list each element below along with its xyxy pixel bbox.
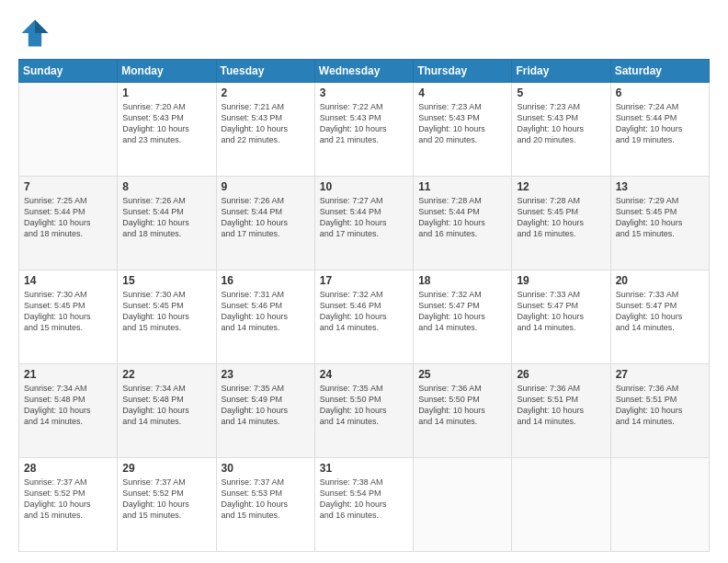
day-number: 3 <box>320 86 408 99</box>
day-number: 20 <box>616 274 704 287</box>
day-number: 22 <box>122 368 210 381</box>
day-number: 24 <box>320 368 408 381</box>
day-of-week-header: Sunday <box>19 60 118 83</box>
calendar-cell: 25Sunrise: 7:36 AM Sunset: 5:50 PM Dayli… <box>414 364 512 458</box>
calendar-week-row: 21Sunrise: 7:34 AM Sunset: 5:48 PM Dayli… <box>19 364 710 458</box>
calendar-cell: 6Sunrise: 7:24 AM Sunset: 5:44 PM Daylig… <box>610 83 709 177</box>
day-number: 15 <box>122 274 210 287</box>
svg-marker-1 <box>35 20 48 33</box>
cell-info: Sunrise: 7:32 AM Sunset: 5:47 PM Dayligh… <box>418 289 506 334</box>
calendar-cell: 21Sunrise: 7:34 AM Sunset: 5:48 PM Dayli… <box>19 364 118 458</box>
day-number: 30 <box>222 462 310 475</box>
day-of-week-header: Wednesday <box>314 60 413 83</box>
calendar-cell: 5Sunrise: 7:23 AM Sunset: 5:43 PM Daylig… <box>512 83 610 177</box>
day-number: 18 <box>418 274 506 287</box>
day-number: 4 <box>418 86 506 99</box>
calendar-cell: 2Sunrise: 7:21 AM Sunset: 5:43 PM Daylig… <box>216 83 314 177</box>
day-number: 14 <box>24 274 112 287</box>
day-number: 28 <box>24 462 112 475</box>
calendar-cell: 29Sunrise: 7:37 AM Sunset: 5:52 PM Dayli… <box>118 458 216 552</box>
calendar-cell: 23Sunrise: 7:35 AM Sunset: 5:49 PM Dayli… <box>216 364 314 458</box>
day-number: 7 <box>24 180 112 193</box>
cell-info: Sunrise: 7:30 AM Sunset: 5:45 PM Dayligh… <box>122 289 210 334</box>
day-of-week-header: Saturday <box>610 60 709 83</box>
calendar-cell: 24Sunrise: 7:35 AM Sunset: 5:50 PM Dayli… <box>314 364 413 458</box>
calendar-cell: 15Sunrise: 7:30 AM Sunset: 5:45 PM Dayli… <box>118 270 216 364</box>
day-number: 23 <box>222 368 310 381</box>
cell-info: Sunrise: 7:30 AM Sunset: 5:45 PM Dayligh… <box>24 289 112 334</box>
calendar-cell: 4Sunrise: 7:23 AM Sunset: 5:43 PM Daylig… <box>414 83 512 177</box>
cell-info: Sunrise: 7:21 AM Sunset: 5:43 PM Dayligh… <box>222 101 310 146</box>
calendar-cell: 30Sunrise: 7:37 AM Sunset: 5:53 PM Dayli… <box>216 458 314 552</box>
day-of-week-header: Monday <box>118 60 216 83</box>
day-number: 8 <box>122 180 210 193</box>
cell-info: Sunrise: 7:26 AM Sunset: 5:44 PM Dayligh… <box>122 195 210 240</box>
calendar-week-row: 28Sunrise: 7:37 AM Sunset: 5:52 PM Dayli… <box>19 458 710 552</box>
cell-info: Sunrise: 7:37 AM Sunset: 5:52 PM Dayligh… <box>24 477 112 522</box>
day-number: 12 <box>517 180 605 193</box>
cell-info: Sunrise: 7:32 AM Sunset: 5:46 PM Dayligh… <box>320 289 408 334</box>
day-number: 2 <box>222 86 310 99</box>
cell-info: Sunrise: 7:36 AM Sunset: 5:51 PM Dayligh… <box>616 383 704 428</box>
calendar-cell <box>19 83 118 177</box>
calendar-header-row: SundayMondayTuesdayWednesdayThursdayFrid… <box>19 60 710 83</box>
calendar-cell: 31Sunrise: 7:38 AM Sunset: 5:54 PM Dayli… <box>314 458 413 552</box>
day-number: 25 <box>418 368 506 381</box>
day-number: 6 <box>616 86 704 99</box>
cell-info: Sunrise: 7:38 AM Sunset: 5:54 PM Dayligh… <box>320 477 408 522</box>
day-number: 9 <box>222 180 310 193</box>
calendar-cell: 12Sunrise: 7:28 AM Sunset: 5:45 PM Dayli… <box>512 177 610 270</box>
day-number: 29 <box>122 462 210 475</box>
calendar-week-row: 7Sunrise: 7:25 AM Sunset: 5:44 PM Daylig… <box>19 177 710 270</box>
calendar-week-row: 1Sunrise: 7:20 AM Sunset: 5:43 PM Daylig… <box>19 83 710 177</box>
day-number: 13 <box>616 180 704 193</box>
calendar-cell: 11Sunrise: 7:28 AM Sunset: 5:44 PM Dayli… <box>414 177 512 270</box>
calendar-cell <box>414 458 512 552</box>
cell-info: Sunrise: 7:31 AM Sunset: 5:46 PM Dayligh… <box>222 289 310 334</box>
cell-info: Sunrise: 7:34 AM Sunset: 5:48 PM Dayligh… <box>24 383 112 428</box>
day-of-week-header: Tuesday <box>216 60 314 83</box>
cell-info: Sunrise: 7:20 AM Sunset: 5:43 PM Dayligh… <box>122 101 210 146</box>
calendar-cell: 10Sunrise: 7:27 AM Sunset: 5:44 PM Dayli… <box>314 177 413 270</box>
calendar-cell: 3Sunrise: 7:22 AM Sunset: 5:43 PM Daylig… <box>314 83 413 177</box>
header <box>18 17 710 50</box>
calendar-cell: 19Sunrise: 7:33 AM Sunset: 5:47 PM Dayli… <box>512 270 610 364</box>
logo-icon <box>18 17 51 50</box>
day-number: 21 <box>24 368 112 381</box>
calendar-cell <box>610 458 709 552</box>
calendar-cell: 14Sunrise: 7:30 AM Sunset: 5:45 PM Dayli… <box>19 270 118 364</box>
calendar-cell: 16Sunrise: 7:31 AM Sunset: 5:46 PM Dayli… <box>216 270 314 364</box>
calendar-cell: 1Sunrise: 7:20 AM Sunset: 5:43 PM Daylig… <box>118 83 216 177</box>
cell-info: Sunrise: 7:23 AM Sunset: 5:43 PM Dayligh… <box>517 101 605 146</box>
cell-info: Sunrise: 7:33 AM Sunset: 5:47 PM Dayligh… <box>616 289 704 334</box>
day-number: 10 <box>320 180 408 193</box>
cell-info: Sunrise: 7:37 AM Sunset: 5:52 PM Dayligh… <box>122 477 210 522</box>
page: SundayMondayTuesdayWednesdayThursdayFrid… <box>0 0 728 563</box>
cell-info: Sunrise: 7:36 AM Sunset: 5:50 PM Dayligh… <box>418 383 506 428</box>
cell-info: Sunrise: 7:24 AM Sunset: 5:44 PM Dayligh… <box>616 101 704 146</box>
logo <box>18 17 55 50</box>
cell-info: Sunrise: 7:28 AM Sunset: 5:44 PM Dayligh… <box>418 195 506 240</box>
cell-info: Sunrise: 7:36 AM Sunset: 5:51 PM Dayligh… <box>517 383 605 428</box>
cell-info: Sunrise: 7:33 AM Sunset: 5:47 PM Dayligh… <box>517 289 605 334</box>
cell-info: Sunrise: 7:34 AM Sunset: 5:48 PM Dayligh… <box>122 383 210 428</box>
calendar-cell: 18Sunrise: 7:32 AM Sunset: 5:47 PM Dayli… <box>414 270 512 364</box>
calendar-cell: 7Sunrise: 7:25 AM Sunset: 5:44 PM Daylig… <box>19 177 118 270</box>
day-number: 11 <box>418 180 506 193</box>
calendar-cell: 17Sunrise: 7:32 AM Sunset: 5:46 PM Dayli… <box>314 270 413 364</box>
calendar-table: SundayMondayTuesdayWednesdayThursdayFrid… <box>18 59 710 552</box>
calendar-week-row: 14Sunrise: 7:30 AM Sunset: 5:45 PM Dayli… <box>19 270 710 364</box>
cell-info: Sunrise: 7:35 AM Sunset: 5:50 PM Dayligh… <box>320 383 408 428</box>
calendar-cell: 8Sunrise: 7:26 AM Sunset: 5:44 PM Daylig… <box>118 177 216 270</box>
cell-info: Sunrise: 7:26 AM Sunset: 5:44 PM Dayligh… <box>222 195 310 240</box>
day-number: 19 <box>517 274 605 287</box>
cell-info: Sunrise: 7:35 AM Sunset: 5:49 PM Dayligh… <box>222 383 310 428</box>
cell-info: Sunrise: 7:22 AM Sunset: 5:43 PM Dayligh… <box>320 101 408 146</box>
cell-info: Sunrise: 7:37 AM Sunset: 5:53 PM Dayligh… <box>222 477 310 522</box>
calendar-cell: 22Sunrise: 7:34 AM Sunset: 5:48 PM Dayli… <box>118 364 216 458</box>
calendar-cell: 20Sunrise: 7:33 AM Sunset: 5:47 PM Dayli… <box>610 270 709 364</box>
calendar-cell: 27Sunrise: 7:36 AM Sunset: 5:51 PM Dayli… <box>610 364 709 458</box>
calendar-cell: 26Sunrise: 7:36 AM Sunset: 5:51 PM Dayli… <box>512 364 610 458</box>
day-of-week-header: Friday <box>512 60 610 83</box>
calendar-cell: 9Sunrise: 7:26 AM Sunset: 5:44 PM Daylig… <box>216 177 314 270</box>
